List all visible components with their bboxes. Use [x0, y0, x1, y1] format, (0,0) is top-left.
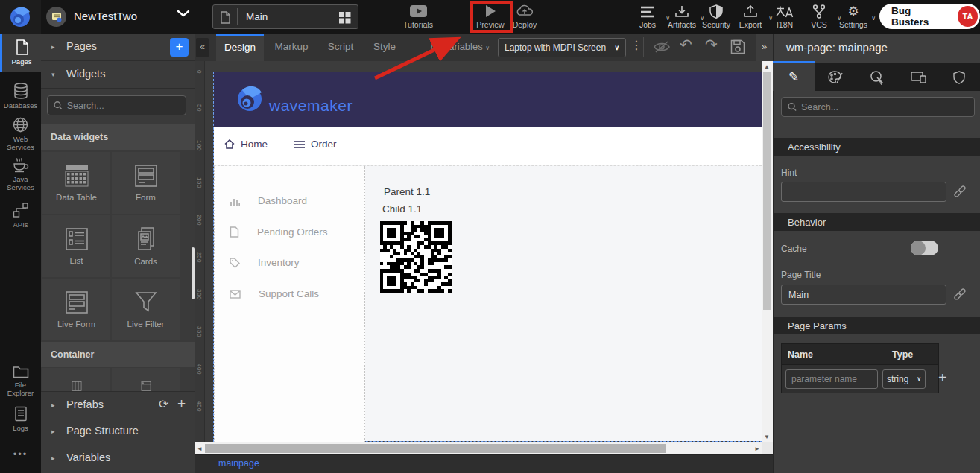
- vertical-scroll-thumb[interactable]: [763, 72, 771, 310]
- user-avatar[interactable]: TA: [958, 6, 978, 27]
- widget-layout-grid[interactable]: [42, 368, 110, 391]
- jobs-icon: [628, 5, 667, 19]
- ruler-label: 450: [196, 401, 203, 412]
- open-page-tab[interactable]: mainpage: [218, 458, 259, 469]
- home-icon: [224, 139, 235, 149]
- scroll-left-icon[interactable]: ◄: [197, 445, 203, 452]
- device-selector[interactable]: Laptop with MDPI Screen ∨: [498, 38, 626, 57]
- expand-right-button[interactable]: »: [756, 34, 773, 61]
- i18n-menu[interactable]: I18N: [765, 5, 804, 29]
- page-preview[interactable]: wavemaker Home Order Dashboard: [214, 72, 762, 441]
- scroll-right-icon[interactable]: ►: [754, 445, 760, 452]
- variables-braces-icon: {x}: [431, 42, 440, 51]
- project-name[interactable]: NewTestTwo: [74, 10, 137, 22]
- canvas-horizontal-scrollbar[interactable]: ◄ ►: [195, 442, 762, 454]
- wavemaker-logo-button[interactable]: [0, 0, 41, 34]
- nav-order[interactable]: Order: [294, 139, 337, 150]
- scroll-up-icon[interactable]: ▲: [764, 63, 770, 70]
- file-explorer-folder-icon: [0, 365, 41, 378]
- properties-search[interactable]: [781, 97, 975, 117]
- project-chevron-down-icon[interactable]: [177, 10, 190, 17]
- undo-button[interactable]: ↶: [680, 36, 692, 54]
- vcs-menu[interactable]: VCS ∨: [800, 5, 838, 29]
- menu-pending-orders[interactable]: Pending Orders: [215, 226, 366, 238]
- team-button[interactable]: Bug Busters TA: [879, 4, 980, 29]
- accessibility-section-header[interactable]: Accessibility: [773, 138, 980, 156]
- styles-palette-icon: [828, 71, 843, 84]
- rail-item-logs[interactable]: Logs: [0, 406, 41, 432]
- kebab-menu-icon[interactable]: ⋮: [630, 38, 642, 52]
- rail-overflow-button[interactable]: •••: [0, 448, 41, 460]
- tab-devices[interactable]: [898, 63, 940, 91]
- scroll-down-icon[interactable]: ▼: [764, 434, 770, 440]
- widget-live-form[interactable]: Live Form: [42, 279, 110, 340]
- param-type-select[interactable]: string ∨: [882, 369, 926, 389]
- tab-styles[interactable]: [815, 63, 856, 91]
- page-params-section-header[interactable]: Page Params: [773, 317, 980, 334]
- prefabs-refresh-icon[interactable]: ⟳: [159, 397, 168, 411]
- widget-data-table[interactable]: Data Table: [42, 152, 110, 214]
- pages-accordion[interactable]: ▸ Pages +: [41, 34, 195, 61]
- artifacts-menu[interactable]: Artifacts ∨: [663, 5, 701, 29]
- variables-dropdown[interactable]: {x} Variables ∨: [431, 41, 490, 52]
- prefabs-add-icon[interactable]: +: [177, 396, 186, 412]
- variables-accordion[interactable]: ▸ Variables: [41, 445, 195, 472]
- behavior-section-header[interactable]: Behavior: [773, 213, 980, 231]
- widget-panel[interactable]: [112, 368, 180, 391]
- tab-design[interactable]: Design: [216, 34, 264, 61]
- menu-support-calls[interactable]: Support Calls: [215, 288, 366, 299]
- hint-bind-link-icon[interactable]: [954, 185, 966, 197]
- settings-menu[interactable]: ⚙ Settings ∨: [834, 5, 873, 29]
- page-title-input[interactable]: [781, 285, 946, 305]
- menu-inventory[interactable]: Inventory: [215, 257, 366, 268]
- widget-search-input[interactable]: [67, 101, 180, 111]
- tutorials-button[interactable]: Tutorials: [394, 4, 442, 29]
- page-title-bind-link-icon[interactable]: [954, 288, 966, 300]
- tab-events[interactable]: [856, 63, 898, 91]
- widget-search[interactable]: [47, 95, 186, 115]
- jobs-menu[interactable]: Jobs ∨: [628, 5, 667, 29]
- rail-item-web-services[interactable]: WebServices: [0, 117, 41, 151]
- rail-item-java-services[interactable]: JavaServices: [0, 157, 41, 191]
- cache-toggle-knob: [911, 241, 926, 255]
- horizontal-scroll-thumb[interactable]: [205, 444, 666, 453]
- param-name-input[interactable]: [785, 369, 878, 389]
- cache-toggle[interactable]: [911, 241, 938, 255]
- nav-home[interactable]: Home: [224, 139, 268, 150]
- security-tab-shield-icon: [953, 71, 965, 84]
- security-menu[interactable]: Security: [697, 5, 736, 29]
- rail-item-file-explorer[interactable]: FileExplorer: [0, 365, 41, 397]
- menu-dashboard[interactable]: Dashboard: [215, 195, 366, 206]
- properties-search-input[interactable]: [801, 102, 968, 112]
- rail-item-pages[interactable]: Pages: [0, 34, 41, 72]
- save-button[interactable]: [730, 39, 745, 54]
- page-header-bar[interactable]: wavemaker: [214, 72, 762, 127]
- tab-markup[interactable]: Markup: [267, 34, 316, 61]
- tab-properties[interactable]: ✎: [773, 63, 815, 91]
- widget-form[interactable]: Form: [112, 152, 180, 214]
- project-avatar[interactable]: [46, 7, 66, 27]
- tab-security[interactable]: [938, 63, 980, 91]
- widgets-accordion[interactable]: ▾ Widgets: [41, 61, 195, 89]
- prefabs-accordion[interactable]: ▸ Prefabs ⟳ +: [41, 391, 195, 419]
- rail-item-apis[interactable]: APIs: [0, 202, 41, 229]
- widget-live-filter[interactable]: Live Filter: [112, 279, 180, 340]
- properties-panel-title: wm-page: mainpage: [786, 34, 888, 61]
- rail-item-databases[interactable]: Databases: [0, 83, 41, 109]
- widget-cards[interactable]: Cards: [112, 215, 180, 277]
- export-menu[interactable]: Export ∨: [731, 5, 770, 29]
- page-grid-icon[interactable]: [338, 11, 351, 24]
- hint-input[interactable]: [781, 182, 946, 202]
- collapse-panel-button[interactable]: «: [196, 38, 209, 57]
- add-page-button[interactable]: +: [170, 38, 189, 57]
- widget-list[interactable]: List: [42, 215, 110, 277]
- hide-markup-button[interactable]: [653, 40, 671, 54]
- redo-button[interactable]: ↷: [705, 36, 718, 54]
- page-structure-accordion[interactable]: ▸ Page Structure: [41, 418, 195, 445]
- left-panel-scrollbar[interactable]: [192, 247, 195, 299]
- canvas-vertical-scrollbar[interactable]: ▲ ▼: [762, 61, 773, 442]
- add-param-button[interactable]: +: [938, 369, 947, 387]
- tab-script[interactable]: Script: [319, 34, 362, 61]
- tab-style[interactable]: Style: [365, 34, 404, 61]
- page-selector[interactable]: Main: [212, 4, 358, 29]
